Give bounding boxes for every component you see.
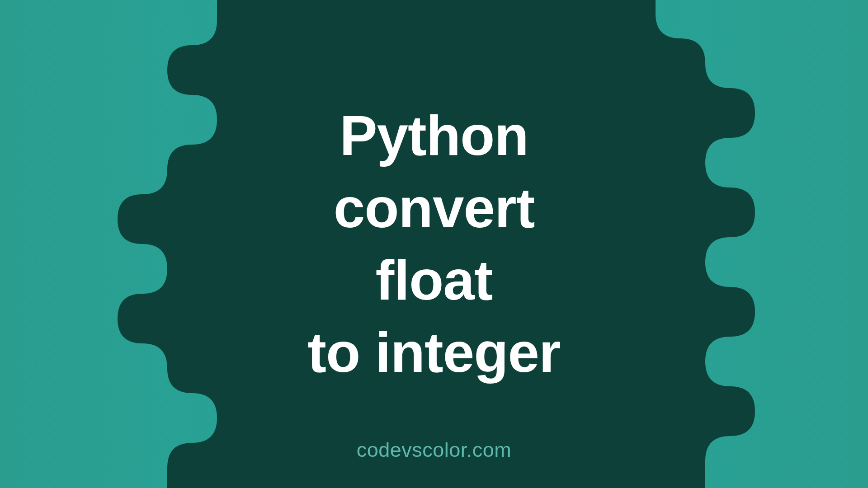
title-line-1: Python <box>0 99 868 172</box>
title-line-2: convert <box>0 172 868 244</box>
title-line-3: float <box>0 244 868 316</box>
watermark-text: codevscolor.com <box>357 438 512 462</box>
main-content: Python convert float to integer <box>0 99 868 389</box>
title-text: Python convert float to integer <box>0 99 868 389</box>
title-line-4: to integer <box>0 316 868 389</box>
